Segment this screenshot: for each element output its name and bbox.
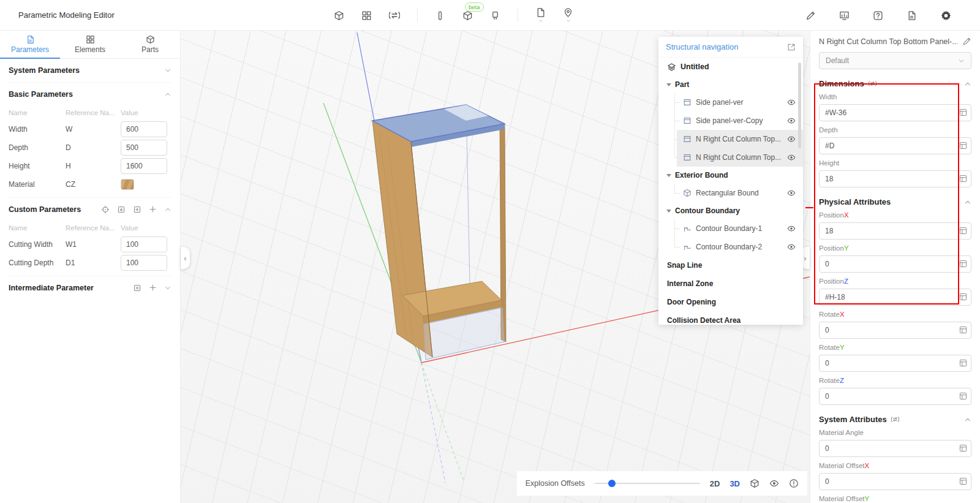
dim-height-input[interactable] [819, 170, 971, 187]
tree-group-internal-zone[interactable]: Internal Zone [658, 274, 803, 293]
collapse-left-panel-handle[interactable]: ‹ [181, 247, 190, 269]
expander-icon[interactable] [666, 83, 671, 86]
material-angle-input[interactable] [819, 440, 971, 457]
material-swatch[interactable] [121, 179, 134, 190]
material-icon[interactable] [563, 7, 573, 23]
rotate-z-input[interactable] [819, 388, 971, 405]
depth-value-input[interactable] [121, 140, 167, 156]
position-x-input[interactable] [819, 222, 971, 240]
tree-item-contour-boundary-1[interactable]: Contour Boundary-1 [658, 219, 803, 238]
link-swap-icon[interactable] [869, 80, 876, 88]
expression-icon[interactable] [959, 142, 967, 149]
dim-width-input[interactable] [819, 104, 971, 121]
rename-icon[interactable] [962, 37, 971, 46]
import-template-icon[interactable] [117, 205, 126, 214]
expression-icon[interactable] [959, 392, 967, 400]
chevron-down-icon[interactable] [164, 284, 172, 292]
column-tool-icon[interactable] [435, 10, 445, 21]
tree-group-collision-detect-area[interactable]: Collision Detect Area [658, 311, 803, 325]
visibility-toggle[interactable] [787, 153, 796, 162]
view-3d-button[interactable]: 3D [729, 479, 740, 488]
tab-parts[interactable]: Parts [120, 31, 180, 58]
stats-icon[interactable] [839, 10, 850, 21]
docs-icon[interactable] [907, 10, 917, 21]
expression-icon[interactable] [959, 227, 967, 235]
visibility-toggle[interactable] [787, 243, 796, 251]
scrollbar-thumb[interactable] [798, 62, 801, 148]
chevron-down-icon[interactable] [164, 67, 172, 74]
expression-icon[interactable] [959, 444, 967, 452]
tree-item-side-panel-ver[interactable]: Side panel-ver [658, 93, 803, 112]
link-swap-icon[interactable] [891, 415, 899, 423]
visibility-icon[interactable] [769, 478, 779, 488]
tab-elements[interactable]: Elements [60, 31, 120, 58]
section-intermediate-parameter[interactable]: Intermediate Parameter [9, 276, 172, 299]
preset-select[interactable]: Default [819, 52, 971, 69]
visibility-toggle[interactable] [787, 135, 796, 143]
edit-icon[interactable] [805, 10, 816, 21]
tree-group-part[interactable]: Part [658, 76, 803, 93]
export-icon[interactable] [535, 7, 546, 23]
expression-icon[interactable] [959, 175, 967, 183]
locate-icon[interactable] [101, 205, 110, 214]
tree-item-side-panel-ver-copy[interactable]: Side panel-ver-Copy [658, 112, 803, 130]
save-template-icon[interactable] [133, 205, 141, 214]
components-icon[interactable] [361, 10, 372, 21]
position-z-input[interactable] [819, 289, 971, 306]
cutting-width-input[interactable] [121, 236, 167, 252]
position-y-input[interactable] [819, 255, 971, 273]
settings-gear-icon[interactable] [940, 10, 952, 21]
expression-icon[interactable] [959, 359, 967, 367]
width-value-input[interactable] [121, 121, 167, 137]
chevron-up-icon[interactable] [964, 80, 971, 88]
section-custom-parameters[interactable]: Custom Parameters [9, 197, 172, 221]
cabinet-tool-icon[interactable]: beta [462, 10, 473, 21]
tree-item-contour-boundary-2[interactable]: Contour Boundary-2 [658, 238, 803, 256]
rotate-x-input[interactable] [819, 322, 971, 339]
tree-item-n-right-cut-column-1[interactable]: N Right Cut Column Top... [658, 130, 803, 148]
expression-icon[interactable] [959, 260, 967, 268]
popout-icon[interactable] [787, 43, 796, 51]
cabinet-model[interactable] [372, 105, 506, 360]
dim-depth-input[interactable] [819, 137, 971, 154]
expression-icon[interactable] [959, 326, 967, 334]
help-icon[interactable] [873, 10, 883, 21]
visibility-toggle[interactable] [787, 98, 796, 107]
slider-knob[interactable] [608, 480, 616, 487]
section-system-parameters[interactable]: System Parameters [9, 59, 172, 82]
expander-icon[interactable] [666, 210, 671, 213]
visibility-toggle[interactable] [787, 189, 796, 197]
dimensions-section-header[interactable]: Dimensions [819, 79, 971, 88]
chevron-up-icon[interactable] [164, 206, 172, 213]
tree-item-rectangular-bound[interactable]: Rectangular Bound [658, 184, 803, 202]
tree-root-untitled[interactable]: Untitled [658, 58, 803, 76]
tree-item-n-right-cut-column-2[interactable]: N Right Cut Column Top... [658, 148, 803, 167]
expression-icon[interactable] [959, 293, 967, 301]
tree-group-snap-line[interactable]: Snap Line [658, 256, 803, 274]
chevron-up-icon[interactable] [164, 91, 172, 98]
expression-icon[interactable] [959, 108, 967, 116]
expression-icon[interactable] [959, 477, 967, 485]
rotate-y-input[interactable] [819, 355, 971, 372]
section-basic-parameters[interactable]: Basic Parameters [9, 82, 172, 105]
hardware-tool-icon[interactable] [490, 10, 500, 21]
material-offset-x-input[interactable] [819, 473, 971, 490]
model-library-icon[interactable] [334, 10, 344, 21]
replace-icon[interactable] [389, 10, 400, 21]
isolate-cube-icon[interactable] [750, 478, 760, 488]
tree-group-contour-boundary[interactable]: Contour Boundary [658, 202, 803, 219]
system-attributes-header[interactable]: System Attributes [819, 415, 971, 424]
chevron-up-icon[interactable] [964, 416, 971, 423]
save-template-icon[interactable] [133, 284, 141, 292]
physical-attributes-header[interactable]: Physical Attributes [819, 197, 971, 206]
add-parameter-icon[interactable] [149, 284, 157, 292]
expander-icon[interactable] [666, 174, 671, 177]
add-parameter-icon[interactable] [149, 205, 157, 213]
tree-group-door-opening[interactable]: Door Opening [658, 293, 803, 311]
visibility-toggle[interactable] [787, 116, 796, 125]
view-2d-button[interactable]: 2D [710, 479, 720, 488]
tree-group-exterior-bound[interactable]: Exterior Bound [658, 167, 803, 184]
visibility-toggle[interactable] [787, 224, 796, 233]
tab-parameters[interactable]: Parameters [0, 31, 60, 58]
chevron-up-icon[interactable] [964, 199, 971, 206]
